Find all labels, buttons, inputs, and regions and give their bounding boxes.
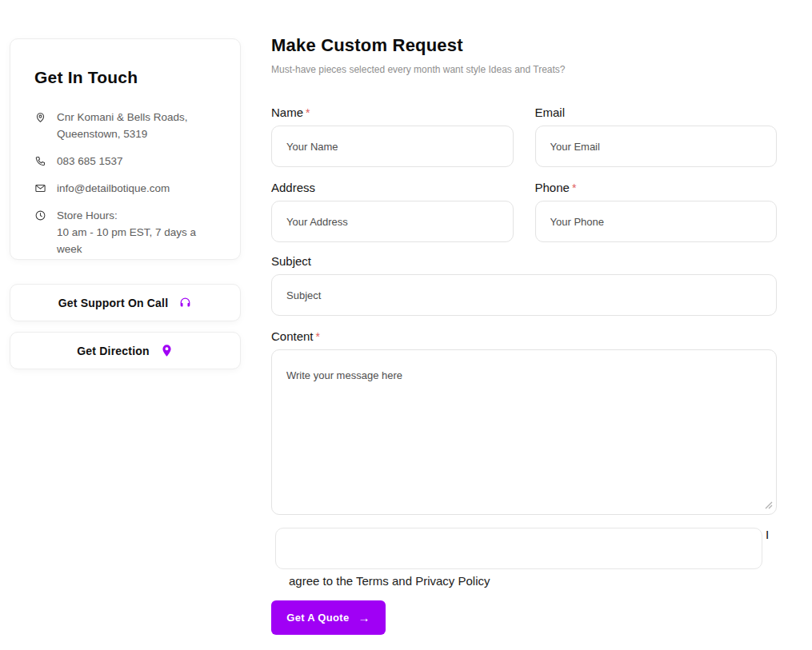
subject-field: Subject xyxy=(271,254,777,316)
contact-card-title: Get In Touch xyxy=(34,68,219,87)
contact-address-text: Cnr Komani & Bells Roads, Queenstown, 53… xyxy=(57,109,188,142)
contact-phone-text: 083 685 1537 xyxy=(57,153,123,169)
contact-hours-text: Store Hours: 10 am - 10 pm EST, 7 days a… xyxy=(57,207,219,257)
custom-request-form: Name* Email Address xyxy=(271,106,777,635)
email-input[interactable] xyxy=(535,126,778,167)
content-field: Content* xyxy=(271,329,777,515)
contact-page: Get In Touch Cnr Komani & Bells Roads, Q… xyxy=(0,0,812,650)
clock-icon xyxy=(34,209,46,221)
get-support-label: Get Support On Call xyxy=(58,297,169,309)
required-marker: * xyxy=(316,330,320,343)
location-pin-filled-icon xyxy=(160,344,174,357)
address-field: Address xyxy=(271,181,514,242)
phone-input[interactable] xyxy=(535,201,778,242)
location-pin-icon xyxy=(34,111,46,123)
required-marker: * xyxy=(572,181,576,194)
name-label: Name* xyxy=(271,106,514,119)
email-label: Email xyxy=(535,106,778,119)
get-direction-label: Get Direction xyxy=(77,345,150,357)
contact-item-hours: Store Hours: 10 am - 10 pm EST, 7 days a… xyxy=(34,207,219,257)
custom-request-section: Make Custom Request Must-have pieces sel… xyxy=(271,35,777,635)
name-field: Name* xyxy=(271,106,514,167)
subject-label: Subject xyxy=(271,254,777,268)
arrow-right-icon: → xyxy=(358,612,370,624)
phone-label: Phone* xyxy=(535,181,778,194)
envelope-icon xyxy=(34,182,46,194)
headphones-icon xyxy=(178,296,192,309)
resize-handle-icon[interactable] xyxy=(765,501,773,509)
contact-item-address: Cnr Komani & Bells Roads, Queenstown, 53… xyxy=(34,109,219,142)
email-field: Email xyxy=(535,106,778,167)
form-subtitle: Must-have pieces selected every month wa… xyxy=(271,64,777,75)
contact-email-text: info@detailbotique.com xyxy=(57,180,170,197)
get-support-button[interactable]: Get Support On Call xyxy=(10,284,241,321)
content-label: Content* xyxy=(271,329,777,343)
terms-checkbox[interactable] xyxy=(275,528,762,569)
sidebar: Get In Touch Cnr Komani & Bells Roads, Q… xyxy=(10,38,241,369)
get-direction-button[interactable]: Get Direction xyxy=(10,332,241,369)
contact-card: Get In Touch Cnr Komani & Bells Roads, Q… xyxy=(10,38,241,260)
name-input[interactable] xyxy=(271,126,514,167)
subject-input[interactable] xyxy=(271,274,777,316)
contact-item-phone: 083 685 1537 xyxy=(34,153,219,169)
contact-item-email: info@detailbotique.com xyxy=(34,180,219,197)
get-a-quote-button[interactable]: Get A Quote → xyxy=(271,600,386,635)
terms-label: agree to the Terms and Privacy Policy xyxy=(289,574,777,588)
address-input[interactable] xyxy=(271,201,514,242)
get-a-quote-label: Get A Quote xyxy=(286,612,349,624)
form-title: Make Custom Request xyxy=(271,35,777,56)
terms-label-prefix: I xyxy=(766,528,769,541)
terms-agreement-row: I xyxy=(271,528,777,569)
address-label: Address xyxy=(271,181,514,194)
phone-icon xyxy=(34,155,46,167)
content-textarea[interactable] xyxy=(271,349,777,515)
phone-field: Phone* xyxy=(535,181,778,242)
required-marker: * xyxy=(306,106,310,119)
